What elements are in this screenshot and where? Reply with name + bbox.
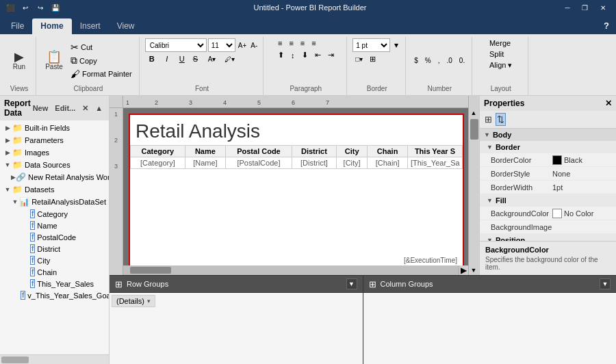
tree-item-new-retail[interactable]: ▶ 🔗 New Retail Analysis Workspace [0, 171, 109, 183]
decrease-decimal-button[interactable]: 0. [457, 56, 467, 65]
scroll-down-button[interactable]: ▼ [469, 265, 478, 275]
font-family-select[interactable]: Calibri [145, 38, 207, 52]
font-color-button[interactable]: A▾ [205, 55, 220, 64]
number-format-button[interactable]: $ [411, 56, 421, 65]
v-scroll-top[interactable] [468, 96, 479, 108]
tab-view[interactable]: View [109, 18, 143, 34]
border-preset-button[interactable]: ⊞ [367, 54, 378, 64]
column-groups-expand-button[interactable]: ▼ [600, 278, 611, 289]
td-city[interactable]: [City] [336, 157, 367, 169]
font-size-select[interactable]: 11 [208, 38, 235, 52]
align-justify-button[interactable]: ≡ [309, 38, 318, 48]
split-button[interactable]: Split [487, 49, 506, 59]
increase-decimal-button[interactable]: .0 [444, 56, 455, 65]
valign-middle-button[interactable]: ↕ [288, 51, 298, 60]
delete-button[interactable]: ✕ [80, 103, 90, 114]
td-this-year-sa[interactable]: [This_Year_Sa [407, 157, 462, 169]
paste-button[interactable]: 📋 Paste [42, 43, 66, 79]
up-button[interactable]: ▲ [93, 103, 105, 113]
tab-insert[interactable]: Insert [72, 18, 109, 34]
format-painter-icon: 🖌 [70, 68, 80, 79]
border-width-value[interactable]: 1pt [552, 183, 613, 192]
left-panel-scrollbar[interactable] [0, 354, 109, 364]
align-left-button[interactable]: ≡ [275, 38, 285, 48]
border-style-button[interactable]: ▾ [392, 40, 401, 51]
border-color-button[interactable]: □▾ [352, 55, 365, 64]
align-center-button[interactable]: ≡ [286, 38, 296, 48]
tree-item-this-year-sales[interactable]: f This_Year_Sales [0, 278, 109, 289]
tree-item-built-in-fields[interactable]: ▶ 📁 Built-in Fields [0, 122, 109, 134]
row-groups-expand-button[interactable]: ▼ [346, 278, 357, 289]
td-postalcode[interactable]: [PostalCode] [226, 157, 292, 169]
new-button[interactable]: New [31, 103, 51, 113]
td-category[interactable]: [Category] [131, 157, 185, 169]
merge-button[interactable]: Merge [487, 38, 513, 48]
tree-item-data-sources[interactable]: ▼ 📁 Data Sources [0, 159, 109, 171]
canvas-v-scrollbar[interactable]: ▲ ▼ [468, 108, 479, 275]
tree-item-parameters[interactable]: ▶ 📁 Parameters [0, 134, 109, 146]
tree-item-category[interactable]: f Category [0, 208, 109, 220]
highlight-color-button[interactable]: 🖊▾ [222, 55, 238, 64]
tree-item-datasets[interactable]: ▼ 📁 Datasets [0, 183, 109, 196]
copy-button[interactable]: ⧉ Copy [68, 54, 135, 67]
minimize-button[interactable]: ─ [560, 2, 575, 13]
indent-right-button[interactable]: ⇥ [325, 50, 337, 60]
props-alphabetical-button[interactable]: ⇅ [496, 113, 506, 126]
italic-button[interactable]: I [160, 54, 174, 64]
td-district[interactable]: [District] [292, 157, 336, 169]
valign-bottom-button[interactable]: ⬇ [299, 50, 311, 60]
scroll-up-button[interactable]: ▲ [469, 108, 478, 118]
canvas-scroll-right-btn[interactable]: ▶ [459, 265, 468, 275]
bold-button[interactable]: B [145, 54, 159, 64]
position-section-header[interactable]: ▼ Position [480, 234, 616, 241]
border-section-header[interactable]: ▼ Border [480, 141, 616, 153]
underline-button[interactable]: U [175, 54, 189, 64]
percent-button[interactable]: % [422, 56, 434, 65]
tree-item-district[interactable]: f District [0, 243, 109, 255]
undo-icon[interactable]: ↩ [21, 3, 30, 12]
background-color-swatch[interactable] [552, 209, 562, 218]
align-right-button[interactable]: ≡ [298, 38, 307, 48]
decrease-font-button[interactable]: A- [249, 41, 259, 50]
valign-top-button[interactable]: ⬆ [275, 50, 287, 60]
tree-item-v-this-year-sales[interactable]: f v_This_Year_Sales_Goal [0, 289, 109, 301]
increase-font-button[interactable]: A+ [237, 41, 248, 50]
body-section-header[interactable]: ▼ Body [480, 129, 616, 141]
tree-item-chain[interactable]: f Chain [0, 266, 109, 278]
redo-icon[interactable]: ↪ [36, 3, 45, 12]
strikethrough-button[interactable]: S [190, 54, 204, 64]
props-categorized-button[interactable]: ⊞ [484, 114, 493, 125]
tree-item-city[interactable]: f City [0, 255, 109, 266]
edit-button[interactable]: Edit... [53, 103, 77, 113]
tab-home[interactable]: Home [32, 18, 71, 34]
help-button[interactable]: ? [597, 18, 616, 34]
save-icon[interactable]: 💾 [51, 3, 60, 12]
td-name[interactable]: [Name] [185, 157, 225, 169]
indent-left-button[interactable]: ⇤ [312, 50, 324, 60]
run-button[interactable]: ▶ Run [7, 43, 31, 79]
title-bar-quick-access: ⬛ ↩ ↪ 💾 [5, 3, 60, 12]
comma-button[interactable]: , [435, 56, 443, 65]
canvas-h-scrollbar[interactable]: ▶ [123, 265, 468, 275]
fill-section-header[interactable]: ▼ Fill [480, 194, 616, 207]
restore-button[interactable]: ❐ [578, 2, 593, 13]
tree-item-images[interactable]: ▶ 📁 Images [0, 146, 109, 159]
tab-file[interactable]: File [3, 18, 32, 34]
format-painter-button[interactable]: 🖌 Format Painter [68, 68, 135, 80]
paragraph-group-label: Paragraph [290, 83, 322, 94]
td-chain[interactable]: [Chain] [368, 157, 408, 169]
canvas-scroll-area[interactable]: Retail Analysis Category Name Postal Cod… [123, 108, 468, 275]
tree-item-name[interactable]: f Name [0, 220, 109, 231]
border-size-select[interactable]: 1 pt [352, 38, 390, 52]
details-group-tag[interactable]: (Details) ▾ [112, 295, 155, 307]
properties-close-button[interactable]: ✕ [605, 99, 612, 108]
border-style-value[interactable]: None [552, 170, 613, 178]
cut-button[interactable]: ✂ Cut [68, 41, 135, 53]
tree-item-retail-dataset[interactable]: ▼ 📊 RetailAnalysisDataSet [0, 196, 109, 208]
align-button[interactable]: Align ▾ [487, 60, 515, 70]
close-button[interactable]: ✕ [595, 2, 611, 13]
report-title[interactable]: Retail Analysis [130, 115, 463, 145]
ruler-h-content: 1 2 3 4 5 6 7 [123, 99, 468, 106]
tree-item-postalcode[interactable]: f PostalCode [0, 231, 109, 243]
border-color-swatch[interactable] [552, 155, 562, 165]
